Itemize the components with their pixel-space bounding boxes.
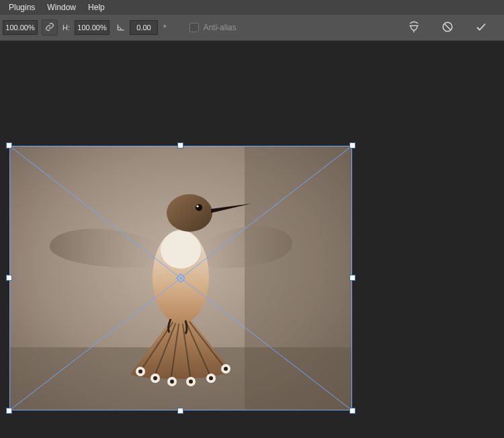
svg-point-14 [170,380,174,384]
svg-point-16 [209,376,213,380]
svg-point-30 [180,277,182,279]
menu-bar: Plugins Window Help [0,0,504,15]
degree-symbol: ° [162,24,167,32]
menu-plugins[interactable]: Plugins [3,1,41,14]
canvas-workarea[interactable] [0,41,504,438]
svg-point-13 [153,376,157,380]
divider [175,19,176,36]
link-icon [45,22,54,34]
warp-icon [407,20,421,36]
commit-transform-button[interactable] [473,19,489,36]
transform-pivot[interactable] [176,273,185,283]
transform-handle-top-middle[interactable] [177,142,183,148]
height-label: H: [62,24,71,32]
svg-line-2 [445,24,451,30]
anti-alias-option[interactable]: Anti-alias [190,23,236,32]
transform-handle-bottom-left[interactable] [6,408,12,414]
menu-window[interactable]: Window [41,1,82,14]
svg-point-20 [167,194,212,232]
menu-help[interactable]: Help [82,1,111,14]
svg-point-15 [189,380,193,384]
transform-handle-bottom-middle[interactable] [177,408,183,414]
svg-point-17 [224,367,228,371]
cancel-transform-button[interactable] [439,19,456,36]
anti-alias-checkbox[interactable] [190,23,199,32]
commit-icon [475,21,487,35]
transform-handle-middle-right[interactable] [349,275,355,281]
rotation-input[interactable] [130,20,158,35]
height-scale-input[interactable] [75,20,110,35]
svg-point-19 [161,231,201,269]
svg-point-22 [196,205,198,207]
width-scale-input[interactable] [3,20,38,35]
cancel-icon [442,21,454,35]
svg-point-12 [138,369,142,374]
transform-handle-bottom-right[interactable] [349,408,355,414]
svg-point-21 [196,204,202,211]
angle-icon [116,22,126,34]
transform-options-bar: H: ° Anti-alias [0,15,504,41]
maintain-aspect-ratio-button[interactable] [42,19,58,36]
anti-alias-label: Anti-alias [203,23,236,32]
warp-mode-button[interactable] [406,19,422,36]
transform-handle-top-right[interactable] [349,142,355,148]
svg-rect-5 [245,146,352,410]
transform-handle-top-left[interactable] [6,142,12,148]
transform-handle-middle-left[interactable] [6,275,12,281]
